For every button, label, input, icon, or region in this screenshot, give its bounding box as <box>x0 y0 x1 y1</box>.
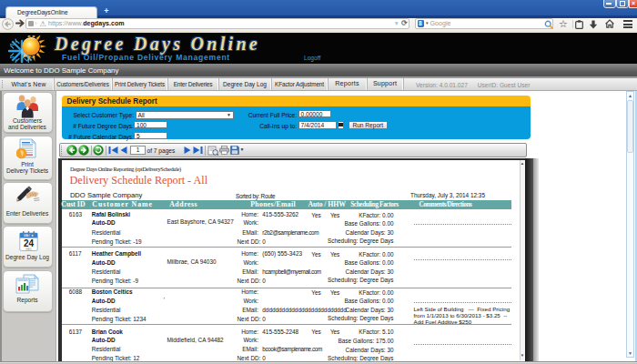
svg-text:WED: WED <box>25 247 32 250</box>
